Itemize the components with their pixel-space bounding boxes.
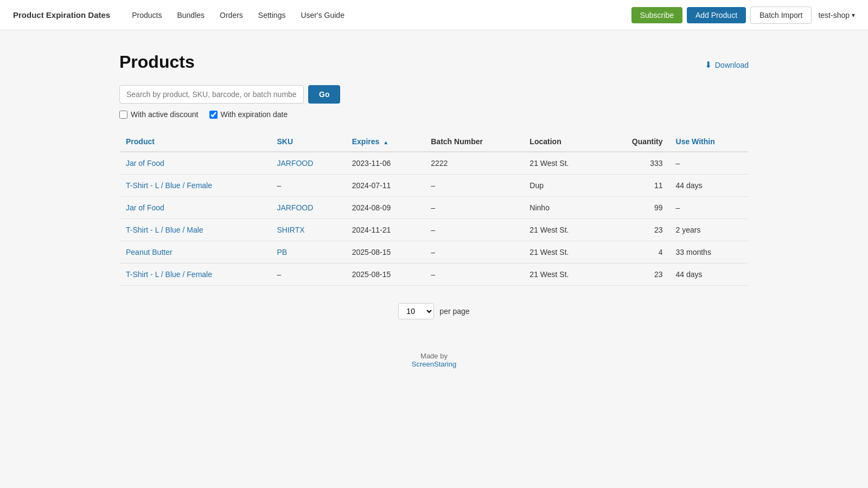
- cell-sku: PB: [270, 241, 345, 264]
- cell-sku: JARFOOD: [270, 197, 345, 219]
- filter-expiration-checkbox[interactable]: [209, 111, 218, 119]
- cell-location: Ninho: [523, 197, 602, 219]
- cell-sku: SHIRTX: [270, 219, 345, 241]
- table-row: Jar of FoodJARFOOD2023-11-06222221 West …: [119, 152, 749, 175]
- nav-link-bundles[interactable]: Bundles: [170, 7, 211, 24]
- table-row: T-Shirt - L / Blue / Female–2024-07-11–D…: [119, 175, 749, 197]
- table-body: Jar of FoodJARFOOD2023-11-06222221 West …: [119, 152, 749, 286]
- table-row: T-Shirt - L / Blue / Female–2025-08-15–2…: [119, 264, 749, 286]
- filter-expiration-text: With expiration date: [221, 110, 288, 119]
- cell-location: 21 West St.: [523, 219, 602, 241]
- cell-location: 21 West St.: [523, 152, 602, 175]
- nav-link-settings[interactable]: Settings: [252, 7, 292, 24]
- table-header-row: Product SKU Expires ▲ Batch Number Locat…: [119, 132, 749, 152]
- cell-quantity: 23: [603, 264, 669, 286]
- nav-actions: Subscribe Add Product Batch Import test-…: [631, 7, 855, 24]
- made-by-text: Made by: [119, 352, 749, 360]
- cell-quantity: 99: [603, 197, 669, 219]
- products-table: Product SKU Expires ▲ Batch Number Locat…: [119, 132, 749, 286]
- product-link[interactable]: T-Shirt - L / Blue / Male: [126, 226, 203, 234]
- table-row: Jar of FoodJARFOOD2024-08-09–Ninho99–: [119, 197, 749, 219]
- sku-link[interactable]: JARFOOD: [277, 159, 313, 168]
- table-row: T-Shirt - L / Blue / MaleSHIRTX2024-11-2…: [119, 219, 749, 241]
- filter-discount-label[interactable]: With active discount: [119, 110, 199, 119]
- add-product-button[interactable]: Add Product: [687, 7, 746, 23]
- cell-quantity: 11: [603, 175, 669, 197]
- maker-link[interactable]: ScreenStaring: [412, 360, 456, 368]
- col-header-quantity: Quantity: [603, 132, 669, 152]
- nav-link-orders[interactable]: Orders: [213, 7, 250, 24]
- footer: Made by ScreenStaring: [119, 352, 749, 368]
- batch-import-button[interactable]: Batch Import: [750, 7, 812, 24]
- cell-use-within: 33 months: [669, 241, 749, 264]
- subscribe-button[interactable]: Subscribe: [631, 7, 682, 23]
- cell-expires: 2025-08-15: [346, 264, 425, 286]
- col-header-expires[interactable]: Expires ▲: [346, 132, 425, 152]
- cell-batch-number: –: [424, 264, 523, 286]
- download-icon: ⬇: [705, 60, 712, 70]
- cell-expires: 2025-08-15: [346, 241, 425, 264]
- cell-location: 21 West St.: [523, 241, 602, 264]
- page-header: Products ⬇ Download: [119, 52, 749, 72]
- cell-use-within: 44 days: [669, 264, 749, 286]
- col-header-use-within: Use Within: [669, 132, 749, 152]
- cell-product: Peanut Butter: [119, 241, 270, 264]
- filter-discount-text: With active discount: [131, 110, 199, 119]
- product-link[interactable]: Jar of Food: [126, 203, 164, 212]
- cell-expires: 2024-08-09: [346, 197, 425, 219]
- cell-batch-number: –: [424, 175, 523, 197]
- download-label: Download: [715, 61, 749, 69]
- cell-location: 21 West St.: [523, 264, 602, 286]
- cell-quantity: 333: [603, 152, 669, 175]
- cell-product: Jar of Food: [119, 197, 270, 219]
- search-input[interactable]: [119, 85, 304, 104]
- cell-batch-number: –: [424, 219, 523, 241]
- cell-expires: 2024-11-21: [346, 219, 425, 241]
- cell-product: T-Shirt - L / Blue / Female: [119, 175, 270, 197]
- cell-use-within: –: [669, 197, 749, 219]
- cell-batch-number: 2222: [424, 152, 523, 175]
- cell-use-within: –: [669, 152, 749, 175]
- nav-bar: Product Expiration Dates Products Bundle…: [0, 0, 868, 30]
- main-content: Products ⬇ Download Go With active disco…: [108, 30, 760, 401]
- cell-batch-number: –: [424, 197, 523, 219]
- filter-discount-checkbox[interactable]: [119, 111, 127, 119]
- col-header-location: Location: [523, 132, 602, 152]
- cell-sku: –: [270, 264, 345, 286]
- cell-sku: –: [270, 175, 345, 197]
- cell-sku: JARFOOD: [270, 152, 345, 175]
- product-link[interactable]: T-Shirt - L / Blue / Female: [126, 181, 212, 190]
- col-header-sku[interactable]: SKU: [270, 132, 345, 152]
- cell-use-within: 44 days: [669, 175, 749, 197]
- nav-links: Products Bundles Orders Settings User's …: [125, 7, 631, 24]
- per-page-label: per page: [439, 307, 469, 316]
- nav-link-products[interactable]: Products: [125, 7, 168, 24]
- cell-product: T-Shirt - L / Blue / Female: [119, 264, 270, 286]
- sort-arrow-expires: ▲: [383, 139, 388, 145]
- sku-link[interactable]: SHIRTX: [277, 226, 304, 234]
- page-title: Products: [119, 52, 195, 72]
- per-page-select[interactable]: 102550100: [398, 303, 434, 319]
- cell-expires: 2023-11-06: [346, 152, 425, 175]
- nav-brand: Product Expiration Dates: [13, 10, 110, 20]
- col-header-product[interactable]: Product: [119, 132, 270, 152]
- cell-expires: 2024-07-11: [346, 175, 425, 197]
- cell-quantity: 4: [603, 241, 669, 264]
- product-link[interactable]: Jar of Food: [126, 159, 164, 168]
- product-link[interactable]: Peanut Butter: [126, 248, 173, 256]
- sku-link[interactable]: PB: [277, 248, 287, 256]
- go-button[interactable]: Go: [308, 85, 340, 104]
- cell-batch-number: –: [424, 241, 523, 264]
- cell-quantity: 23: [603, 219, 669, 241]
- shop-selector[interactable]: test-shop: [818, 11, 855, 20]
- cell-location: Dup: [523, 175, 602, 197]
- product-link[interactable]: T-Shirt - L / Blue / Female: [126, 270, 212, 279]
- cell-product: T-Shirt - L / Blue / Male: [119, 219, 270, 241]
- download-link[interactable]: ⬇ Download: [705, 60, 749, 70]
- sku-link[interactable]: JARFOOD: [277, 203, 313, 212]
- cell-product: Jar of Food: [119, 152, 270, 175]
- nav-link-users-guide[interactable]: User's Guide: [294, 7, 350, 24]
- filter-expiration-label[interactable]: With expiration date: [209, 110, 288, 119]
- cell-use-within: 2 years: [669, 219, 749, 241]
- table-row: Peanut ButterPB2025-08-15–21 West St.433…: [119, 241, 749, 264]
